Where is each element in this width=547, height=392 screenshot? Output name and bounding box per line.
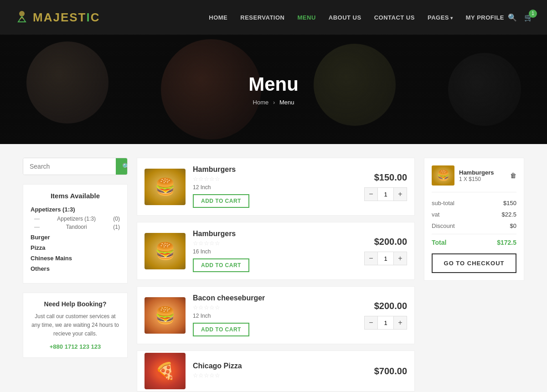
cart-item-row: 🍔 Hamburgers 1 X $150 🗑 <box>432 165 516 192</box>
cart-item-name: Hamburgers <box>459 169 506 176</box>
hero-bowl-right <box>314 44 396 126</box>
cart-subtotal-row: sub-total $150 <box>432 200 516 206</box>
menu-list: Hamburgers ☆☆☆☆☆ 12 Inch ADD TO CART $15… <box>137 158 415 392</box>
item-3-right: $200.00 − + <box>364 301 407 330</box>
item-3-price: $200.00 <box>374 301 407 311</box>
item-3-qty-plus[interactable]: + <box>394 316 407 329</box>
nav-pages[interactable]: PAGES <box>428 14 453 21</box>
cart-box: 🍔 Hamburgers 1 X $150 🗑 sub-total $150 v… <box>424 158 524 281</box>
total-label: Total <box>432 239 446 246</box>
item-2-name: Hamburgers <box>193 230 357 238</box>
help-phone[interactable]: +880 1712 123 123 <box>31 343 120 350</box>
hero-bowl-left <box>26 41 108 124</box>
help-panel: Need Help Booking? Just call our custome… <box>23 293 128 358</box>
cart-item-image: 🍔 <box>432 165 454 186</box>
checkout-button[interactable]: GO TO CHECKOUT <box>432 253 516 273</box>
item-1-info: Hamburgers ☆☆☆☆☆ 12 Inch ADD TO CART <box>193 165 357 208</box>
item-3-image <box>144 297 186 334</box>
navbar: MAJESTIC HOME RESERVATION MENU ABOUT US … <box>0 0 547 35</box>
search-button[interactable]: 🔍 <box>116 158 128 175</box>
discount-label: Discount <box>432 222 455 229</box>
item-1-qty-control: − + <box>364 187 407 201</box>
item-1-stars: ☆☆☆☆☆ <box>193 175 357 182</box>
item-1-qty-plus[interactable]: + <box>394 188 407 201</box>
cat-chinese[interactable]: Chinese Mains <box>31 255 120 262</box>
item-4-stars: ☆☆☆☆☆ <box>193 372 367 379</box>
add-to-cart-button-2[interactable]: ADD TO CART <box>193 258 249 272</box>
cat-burger[interactable]: Burger <box>31 234 120 241</box>
items-panel: Items Available Appetizers (1:3) Appetiz… <box>23 184 128 284</box>
item-3-stars: ☆☆☆☆☆ <box>193 304 357 311</box>
sidebar: 🔍 Items Available Appetizers (1:3) Appet… <box>23 158 128 392</box>
item-1-qty-minus[interactable]: − <box>365 188 377 201</box>
item-2-qty-plus[interactable]: + <box>394 252 407 265</box>
add-to-cart-button-1[interactable]: ADD TO CART <box>193 194 249 208</box>
item-4-right: $700.00 <box>374 366 407 377</box>
nav-profile[interactable]: MY PROFILE <box>466 14 504 21</box>
item-1-name: Hamburgers <box>193 165 357 174</box>
cart-badge: 1 <box>529 10 537 18</box>
hero-bowl-center <box>161 39 261 139</box>
item-4-info: Chicago Pizza ☆☆☆☆☆ <box>193 362 367 381</box>
item-2-qty-minus[interactable]: − <box>365 252 377 265</box>
item-1-qty-input[interactable] <box>377 188 394 201</box>
search-box: 🔍 <box>23 158 128 175</box>
total-value: $172.5 <box>497 239 516 246</box>
item-2-price: $200.00 <box>374 237 407 247</box>
cart-delete-icon[interactable]: 🗑 <box>510 172 516 179</box>
cat-pizza[interactable]: Pizza <box>31 244 120 251</box>
logo[interactable]: MAJESTIC <box>14 9 100 26</box>
cart-wrapper[interactable]: 🛒 1 <box>521 13 533 22</box>
item-4-image <box>144 353 186 389</box>
item-1-size: 12 Inch <box>193 184 357 191</box>
nav-contact[interactable]: CONTACT US <box>374 14 415 21</box>
cart-vat-row: vat $22.5 <box>432 211 516 218</box>
item-3-info: Bacon cheeseburger ☆☆☆☆☆ 12 Inch ADD TO … <box>193 294 357 336</box>
breadcrumb-home[interactable]: Home <box>253 99 269 106</box>
cart-panel: 🍔 Hamburgers 1 X $150 🗑 sub-total $150 v… <box>424 158 524 392</box>
help-text: Just call our customer services at any t… <box>31 312 120 339</box>
cart-item-details: Hamburgers 1 X $150 <box>459 169 506 182</box>
item-2-info: Hamburgers ☆☆☆☆☆ 16 Inch ADD TO CART <box>193 230 357 272</box>
category-appetizers: Appetizers (1:3) <box>31 206 120 213</box>
help-title: Need Help Booking? <box>31 300 120 308</box>
item-1-right: $150.00 − + <box>364 172 407 201</box>
nav-links: HOME RESERVATION MENU ABOUT US CONTACT U… <box>209 13 504 21</box>
breadcrumb: Home › Menu <box>253 99 294 106</box>
item-3-name: Bacon cheeseburger <box>193 294 357 302</box>
item-1-price: $150.00 <box>374 172 407 183</box>
item-3-qty-input[interactable] <box>377 316 394 329</box>
nav-home[interactable]: HOME <box>209 14 227 21</box>
add-to-cart-button-3[interactable]: ADD TO CART <box>193 323 249 336</box>
item-2-right: $200.00 − + <box>364 237 407 265</box>
cat-others[interactable]: Others <box>31 265 120 272</box>
hero-title: Menu <box>248 73 299 95</box>
items-panel-title: Items Available <box>31 192 120 200</box>
logo-text: MAJESTIC <box>33 10 100 25</box>
cart-item-qty: 1 X $150 <box>459 176 506 182</box>
item-4-name: Chicago Pizza <box>193 362 367 370</box>
menu-item-4: Chicago Pizza ☆☆☆☆☆ $700.00 <box>137 351 415 392</box>
vat-label: vat <box>432 211 439 218</box>
subcategory-appetizers[interactable]: Appetizers (1:3) (0) <box>31 216 120 222</box>
nav-menu[interactable]: MENU <box>298 14 316 21</box>
item-3-qty-minus[interactable]: − <box>365 316 377 329</box>
item-2-stars: ☆☆☆☆☆ <box>193 240 357 247</box>
main-content: 🔍 Items Available Appetizers (1:3) Appet… <box>9 144 538 392</box>
search-icon[interactable]: 🔍 <box>508 13 517 22</box>
cart-discount-row: Discount $0 <box>432 222 516 229</box>
item-2-image <box>144 233 186 269</box>
nav-reservation[interactable]: RESERVATION <box>240 14 284 21</box>
subcategory-tandoori[interactable]: Tandoori (1) <box>31 224 120 230</box>
search-input[interactable] <box>23 158 116 175</box>
hero-bowl-far-right <box>448 53 521 126</box>
nav-about[interactable]: ABOUT US <box>329 14 361 21</box>
item-3-size: 12 Inch <box>193 313 357 319</box>
hero-section: Menu Home › Menu <box>0 35 547 144</box>
subtotal-value: $150 <box>503 200 516 206</box>
item-4-price: $700.00 <box>374 366 407 377</box>
menu-item-1: Hamburgers ☆☆☆☆☆ 12 Inch ADD TO CART $15… <box>137 158 415 216</box>
item-2-qty-input[interactable] <box>377 252 394 265</box>
item-3-qty-control: − + <box>364 316 407 330</box>
subtotal-label: sub-total <box>432 200 454 206</box>
